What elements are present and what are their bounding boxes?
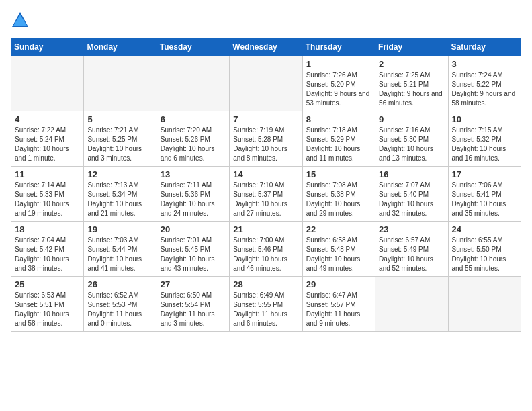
day-number: 16	[379, 169, 444, 179]
logo-icon	[11, 11, 30, 30]
day-number: 6	[161, 114, 226, 124]
calendar-week-3: 11Sunrise: 7:14 AMSunset: 5:33 PMDayligh…	[11, 167, 521, 222]
day-number: 3	[452, 59, 517, 69]
day-number: 2	[379, 59, 444, 69]
day-number: 14	[233, 169, 298, 179]
day-number: 24	[452, 224, 517, 234]
calendar-cell: 10Sunrise: 7:15 AMSunset: 5:32 PMDayligh…	[448, 111, 521, 167]
day-info: Sunrise: 7:18 AMSunset: 5:29 PMDaylight:…	[306, 126, 371, 163]
calendar-cell: 21Sunrise: 7:00 AMSunset: 5:46 PMDayligh…	[230, 222, 302, 277]
calendar-cell: 19Sunrise: 7:03 AMSunset: 5:44 PMDayligh…	[84, 222, 157, 277]
calendar-cell	[157, 56, 229, 111]
calendar-cell: 1Sunrise: 7:26 AMSunset: 5:20 PMDaylight…	[302, 56, 375, 111]
calendar-cell: 12Sunrise: 7:13 AMSunset: 5:34 PMDayligh…	[84, 167, 157, 222]
day-info: Sunrise: 6:49 AMSunset: 5:55 PMDaylight:…	[233, 291, 298, 328]
day-number: 18	[15, 224, 80, 234]
day-number: 27	[161, 279, 226, 289]
calendar-cell: 2Sunrise: 7:25 AMSunset: 5:21 PMDaylight…	[375, 56, 448, 111]
day-info: Sunrise: 6:57 AMSunset: 5:49 PMDaylight:…	[379, 236, 444, 273]
calendar-cell: 17Sunrise: 7:06 AMSunset: 5:41 PMDayligh…	[448, 167, 521, 222]
day-info: Sunrise: 6:53 AMSunset: 5:51 PMDaylight:…	[15, 291, 80, 328]
day-number: 29	[306, 279, 371, 289]
calendar-cell	[448, 277, 521, 332]
calendar-cell: 5Sunrise: 7:21 AMSunset: 5:25 PMDaylight…	[84, 111, 157, 167]
col-header-sunday: Sunday	[11, 38, 84, 56]
day-info: Sunrise: 7:03 AMSunset: 5:44 PMDaylight:…	[87, 236, 152, 273]
calendar-cell: 23Sunrise: 6:57 AMSunset: 5:49 PMDayligh…	[375, 222, 448, 277]
day-number: 4	[15, 114, 80, 124]
day-info: Sunrise: 7:16 AMSunset: 5:30 PMDaylight:…	[379, 126, 444, 163]
day-number: 17	[452, 169, 517, 179]
day-info: Sunrise: 6:52 AMSunset: 5:53 PMDaylight:…	[87, 291, 152, 328]
calendar-week-1: 1Sunrise: 7:26 AMSunset: 5:20 PMDaylight…	[11, 56, 521, 111]
calendar-cell: 22Sunrise: 6:58 AMSunset: 5:48 PMDayligh…	[302, 222, 375, 277]
calendar-cell: 13Sunrise: 7:11 AMSunset: 5:36 PMDayligh…	[157, 167, 229, 222]
day-number: 28	[233, 279, 298, 289]
day-info: Sunrise: 7:01 AMSunset: 5:45 PMDaylight:…	[161, 236, 226, 273]
day-number: 8	[306, 114, 371, 124]
calendar-week-4: 18Sunrise: 7:04 AMSunset: 5:42 PMDayligh…	[11, 222, 521, 277]
day-number: 11	[15, 169, 80, 179]
day-info: Sunrise: 6:47 AMSunset: 5:57 PMDaylight:…	[306, 291, 371, 328]
day-info: Sunrise: 7:24 AMSunset: 5:22 PMDaylight:…	[452, 71, 517, 108]
day-info: Sunrise: 7:25 AMSunset: 5:21 PMDaylight:…	[379, 71, 444, 108]
logo	[11, 11, 32, 30]
calendar-cell: 25Sunrise: 6:53 AMSunset: 5:51 PMDayligh…	[11, 277, 84, 332]
day-info: Sunrise: 7:06 AMSunset: 5:41 PMDaylight:…	[452, 181, 517, 218]
day-info: Sunrise: 7:10 AMSunset: 5:37 PMDaylight:…	[233, 181, 298, 218]
day-info: Sunrise: 7:19 AMSunset: 5:28 PMDaylight:…	[233, 126, 298, 163]
day-number: 9	[379, 114, 444, 124]
day-number: 7	[233, 114, 298, 124]
calendar-cell: 26Sunrise: 6:52 AMSunset: 5:53 PMDayligh…	[84, 277, 157, 332]
day-number: 1	[306, 59, 371, 69]
calendar-cell: 7Sunrise: 7:19 AMSunset: 5:28 PMDaylight…	[230, 111, 302, 167]
calendar-cell	[230, 56, 302, 111]
day-info: Sunrise: 7:15 AMSunset: 5:32 PMDaylight:…	[452, 126, 517, 163]
day-info: Sunrise: 7:08 AMSunset: 5:38 PMDaylight:…	[306, 181, 371, 218]
day-info: Sunrise: 7:11 AMSunset: 5:36 PMDaylight:…	[161, 181, 226, 218]
day-info: Sunrise: 7:07 AMSunset: 5:40 PMDaylight:…	[379, 181, 444, 218]
day-number: 23	[379, 224, 444, 234]
calendar-cell	[11, 56, 84, 111]
day-info: Sunrise: 7:04 AMSunset: 5:42 PMDaylight:…	[15, 236, 80, 273]
calendar-cell	[375, 277, 448, 332]
calendar-table: SundayMondayTuesdayWednesdayThursdayFrid…	[11, 38, 521, 332]
calendar-cell: 28Sunrise: 6:49 AMSunset: 5:55 PMDayligh…	[230, 277, 302, 332]
day-info: Sunrise: 6:55 AMSunset: 5:50 PMDaylight:…	[452, 236, 517, 273]
calendar-week-2: 4Sunrise: 7:22 AMSunset: 5:24 PMDaylight…	[11, 111, 521, 167]
day-number: 25	[15, 279, 80, 289]
calendar-cell: 18Sunrise: 7:04 AMSunset: 5:42 PMDayligh…	[11, 222, 84, 277]
day-number: 19	[87, 224, 152, 234]
day-number: 13	[161, 169, 226, 179]
calendar-cell: 24Sunrise: 6:55 AMSunset: 5:50 PMDayligh…	[448, 222, 521, 277]
col-header-friday: Friday	[375, 38, 448, 56]
col-header-wednesday: Wednesday	[230, 38, 302, 56]
calendar-header-row: SundayMondayTuesdayWednesdayThursdayFrid…	[11, 38, 521, 56]
calendar-cell: 29Sunrise: 6:47 AMSunset: 5:57 PMDayligh…	[302, 277, 375, 332]
day-number: 5	[87, 114, 152, 124]
calendar-cell: 27Sunrise: 6:50 AMSunset: 5:54 PMDayligh…	[157, 277, 229, 332]
calendar-cell: 16Sunrise: 7:07 AMSunset: 5:40 PMDayligh…	[375, 167, 448, 222]
day-info: Sunrise: 7:13 AMSunset: 5:34 PMDaylight:…	[87, 181, 152, 218]
day-number: 10	[452, 114, 517, 124]
calendar-cell: 14Sunrise: 7:10 AMSunset: 5:37 PMDayligh…	[230, 167, 302, 222]
calendar-cell: 6Sunrise: 7:20 AMSunset: 5:26 PMDaylight…	[157, 111, 229, 167]
col-header-tuesday: Tuesday	[157, 38, 229, 56]
day-info: Sunrise: 7:00 AMSunset: 5:46 PMDaylight:…	[233, 236, 298, 273]
calendar-week-5: 25Sunrise: 6:53 AMSunset: 5:51 PMDayligh…	[11, 277, 521, 332]
day-info: Sunrise: 7:22 AMSunset: 5:24 PMDaylight:…	[15, 126, 80, 163]
col-header-saturday: Saturday	[448, 38, 521, 56]
day-info: Sunrise: 7:14 AMSunset: 5:33 PMDaylight:…	[15, 181, 80, 218]
col-header-thursday: Thursday	[302, 38, 375, 56]
day-number: 20	[161, 224, 226, 234]
day-info: Sunrise: 7:21 AMSunset: 5:25 PMDaylight:…	[87, 126, 152, 163]
calendar-cell: 8Sunrise: 7:18 AMSunset: 5:29 PMDaylight…	[302, 111, 375, 167]
day-info: Sunrise: 6:58 AMSunset: 5:48 PMDaylight:…	[306, 236, 371, 273]
calendar-cell: 15Sunrise: 7:08 AMSunset: 5:38 PMDayligh…	[302, 167, 375, 222]
day-number: 26	[87, 279, 152, 289]
day-info: Sunrise: 7:20 AMSunset: 5:26 PMDaylight:…	[161, 126, 226, 163]
calendar-cell: 4Sunrise: 7:22 AMSunset: 5:24 PMDaylight…	[11, 111, 84, 167]
calendar-cell	[84, 56, 157, 111]
svg-marker-1	[13, 15, 27, 26]
calendar-cell: 9Sunrise: 7:16 AMSunset: 5:30 PMDaylight…	[375, 111, 448, 167]
